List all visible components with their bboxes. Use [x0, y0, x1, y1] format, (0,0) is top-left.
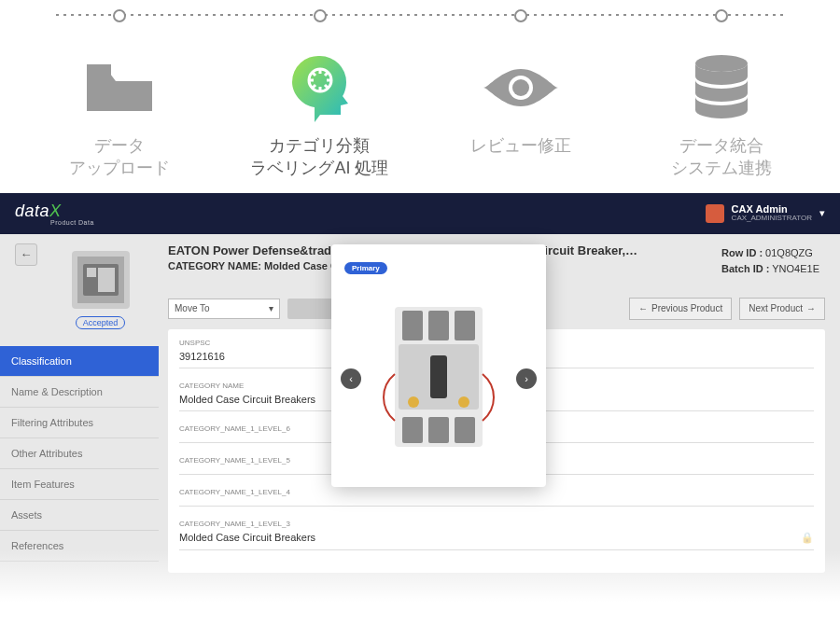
svg-rect-18 [402, 417, 423, 443]
step-label: カテゴリ分類 ラベリングAI 処理 [250, 134, 388, 180]
tab-filtering[interactable]: Filtering Attributes [0, 408, 159, 438]
workflow-stepper: データ アップロード カテゴリ分類 ラベリングAI 処理 レビュー修正 データ統… [0, 0, 840, 180]
product-image [369, 299, 509, 458]
previous-product-button[interactable]: ← Previous Product [629, 298, 732, 320]
field-value[interactable] [179, 496, 814, 507]
step-upload: データ アップロード [19, 9, 219, 180]
step-review: レビュー修正 [420, 9, 621, 157]
svg-rect-7 [87, 268, 96, 277]
chevron-down-icon: ▾ [819, 207, 825, 219]
step-indicator [113, 9, 126, 22]
svg-rect-11 [402, 311, 423, 340]
svg-rect-13 [455, 311, 475, 340]
svg-point-17 [458, 396, 469, 408]
svg-rect-20 [455, 417, 475, 443]
svg-rect-0 [87, 64, 111, 76]
primary-badge: Primary [344, 262, 387, 274]
database-icon [689, 50, 754, 125]
tab-assets[interactable]: Assets [0, 500, 159, 531]
app-logo: dataXProduct Data [15, 201, 94, 226]
step-label: レビュー修正 [470, 134, 571, 157]
folder-icon [82, 50, 157, 125]
eye-icon [479, 50, 563, 125]
tab-features[interactable]: Item Features [0, 469, 159, 500]
side-tabs: Classification Name & Description Filter… [0, 346, 159, 562]
move-to-select[interactable]: Move To▾ [168, 299, 280, 319]
field-label: CATEGORY_NAME_1_LEVEL_3 [179, 520, 814, 528]
svg-point-3 [512, 79, 529, 96]
lock-icon: 🔒 [801, 532, 814, 544]
application-window: dataXProduct Data CAX Admin CAX_ADMINIST… [0, 193, 840, 602]
svg-rect-12 [428, 311, 449, 340]
field-label: CATEGORY_NAME_1_LEVEL_4 [179, 488, 814, 496]
svg-point-4 [695, 55, 748, 72]
carousel-next-button[interactable]: › [516, 368, 537, 389]
step-indicator [514, 9, 527, 22]
step-label: データ統合 システム連携 [671, 134, 772, 180]
step-integration: データ統合 システム連携 [621, 9, 821, 180]
tab-other[interactable]: Other Attributes [0, 438, 159, 469]
status-badge: Accepted [76, 316, 126, 329]
step-label: データ アップロード [69, 134, 170, 180]
svg-rect-19 [428, 417, 449, 443]
avatar [706, 204, 724, 223]
row-id: Row ID : 01Q8QZG [721, 247, 819, 258]
field-value[interactable]: Molded Case Circuit Breakers🔒 [179, 528, 814, 550]
svg-rect-15 [430, 355, 447, 398]
topbar: dataXProduct Data CAX Admin CAX_ADMINIST… [0, 193, 840, 234]
user-role: CAX_ADMINISTRATOR [732, 215, 812, 223]
tab-classification[interactable]: Classification [0, 346, 159, 377]
step-indicator [715, 9, 728, 22]
back-button[interactable]: ← [15, 243, 37, 266]
image-preview-modal: Primary ‹ › [331, 244, 546, 487]
svg-rect-8 [98, 268, 115, 292]
svg-point-16 [408, 396, 419, 408]
tab-references[interactable]: References [0, 531, 159, 562]
batch-id: Batch ID : YNO4E1E [721, 263, 819, 274]
chevron-down-icon: ▾ [269, 303, 273, 313]
next-product-button[interactable]: Next Product → [739, 298, 825, 320]
user-menu[interactable]: CAX Admin CAX_ADMINISTRATOR ▾ [706, 203, 825, 223]
step-indicator [314, 9, 327, 22]
step-ai-labeling: カテゴリ分類 ラベリングAI 処理 [219, 9, 420, 180]
ai-head-icon [283, 50, 357, 125]
product-thumbnail[interactable] [72, 251, 130, 309]
tab-name-description[interactable]: Name & Description [0, 377, 159, 408]
carousel-prev-button[interactable]: ‹ [341, 368, 361, 389]
